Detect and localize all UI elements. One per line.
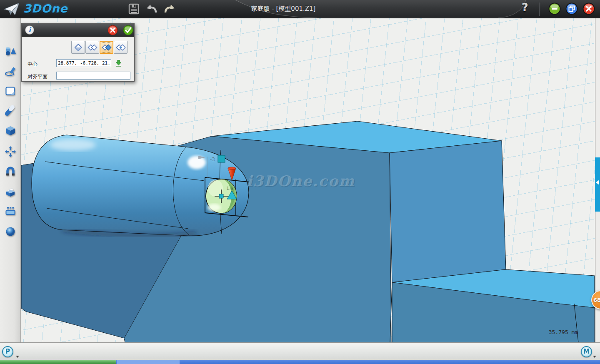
magnet-icon[interactable] (5, 166, 16, 177)
solid-primitives-icon[interactable] (5, 45, 16, 57)
help-button[interactable]: ? (522, 1, 528, 14)
drag-square-handle[interactable] (218, 155, 225, 162)
titlebar-separator (539, 2, 540, 16)
paper-plane-logo (3, 2, 21, 16)
mode-diamond-outline[interactable] (71, 41, 85, 54)
material-sphere-icon[interactable] (5, 226, 16, 237)
part-menu-button[interactable]: P (2, 346, 13, 357)
offset-dim-label: -3 (210, 157, 215, 162)
green-drop-arrow-icon[interactable] (115, 60, 122, 67)
dimension-readout: 35.795 mm (549, 329, 578, 335)
watermark: i3DOne.com i3DOne.com (247, 172, 356, 190)
feature-dialog: i (21, 23, 135, 82)
redo-icon[interactable] (164, 3, 175, 15)
info-icon: i (25, 25, 34, 35)
assembly-box-icon[interactable] (5, 186, 16, 198)
dialog-confirm-button[interactable] (123, 25, 133, 35)
mode-diamond-pair-filled[interactable] (100, 41, 113, 54)
title-bar: 3DOne 家庭版 - [模型001.Z1] ? (0, 0, 600, 18)
taskbar-edge (0, 360, 600, 364)
mode-diamond-pair-dot[interactable] (114, 41, 128, 54)
tray-icon[interactable] (5, 205, 16, 217)
minimize-button[interactable] (548, 2, 561, 15)
window-title: 家庭版 - [模型001.Z1] (200, 5, 367, 13)
svg-text:i3DOne.com: i3DOne.com (247, 172, 355, 189)
restore-button[interactable] (565, 2, 578, 15)
left-toolbar (0, 18, 21, 342)
center-field-input[interactable] (56, 59, 111, 67)
dialog-cancel-button[interactable] (108, 25, 118, 35)
sketch-plane-icon[interactable] (5, 85, 16, 97)
part-menu-dropdown-arrow[interactable] (16, 356, 19, 358)
mode-button-row (71, 41, 128, 54)
radius-dim-label: 1.9 (226, 186, 234, 191)
close-button[interactable] (582, 2, 595, 15)
mode-menu-dropdown-arrow[interactable] (593, 356, 596, 358)
sweep-feature-icon[interactable] (5, 105, 16, 117)
solid-cube-icon[interactable] (5, 125, 16, 137)
undo-icon[interactable] (146, 3, 158, 15)
collapse-left-arrow-icon (596, 180, 599, 185)
minus-icon (552, 8, 558, 10)
dialog-header[interactable]: i (22, 24, 134, 37)
taskbar-light-segment (117, 360, 180, 364)
mode-diamond-pair[interactable] (85, 41, 99, 54)
status-bar: P M (0, 342, 600, 360)
taskbar-green-segment (0, 360, 116, 364)
mode-menu-button[interactable]: M (581, 346, 592, 357)
save-icon[interactable] (128, 3, 139, 15)
align-plane-field-label: 对齐平面 (28, 73, 48, 80)
center-field-label: 中心 (28, 61, 38, 68)
panel-expand-tab[interactable] (595, 157, 600, 212)
app-logo-text: 3DOne (23, 2, 68, 15)
sketch-draw-icon[interactable] (5, 65, 16, 77)
align-plane-field-input[interactable] (56, 72, 130, 80)
model-right-face[interactable] (390, 141, 506, 282)
badge-value: 68 (593, 297, 600, 303)
solid-model[interactable]: i3DOne.com i3DOne.com (21, 121, 595, 342)
move-icon[interactable] (5, 146, 16, 157)
